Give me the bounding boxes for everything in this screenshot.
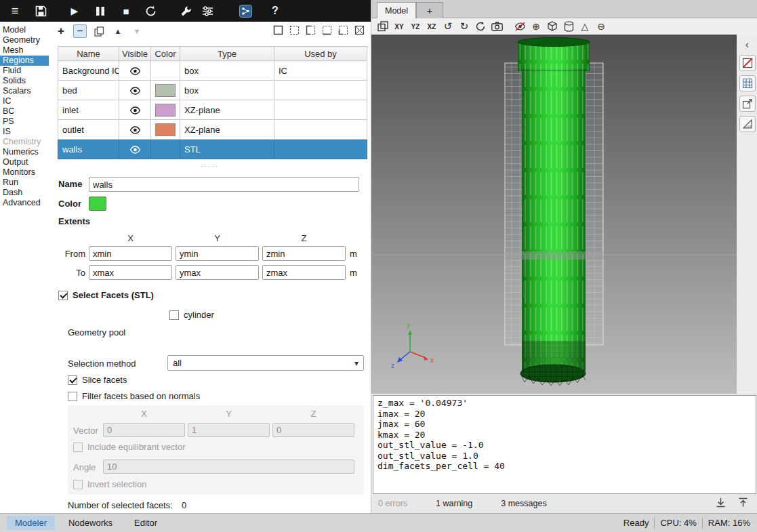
region-row-outlet[interactable]: outlet XZ-plane: [58, 120, 367, 140]
region-filter-plane-icon[interactable]: [322, 25, 332, 37]
build-wrench-icon[interactable]: [178, 3, 194, 19]
cone-geometry-icon[interactable]: △: [577, 20, 592, 33]
nav-item-regions[interactable]: Regions: [0, 56, 49, 66]
region-color-cell[interactable]: [151, 140, 180, 159]
region-filter-outline-icon[interactable]: [289, 25, 300, 37]
collapse-panel-icon[interactable]: ‹: [745, 39, 749, 51]
nav-item-advanced[interactable]: Advanced: [0, 198, 49, 208]
select-facets-checkbox[interactable]: Select Facets (STL): [58, 290, 154, 300]
from-x-input[interactable]: [89, 246, 172, 261]
nav-item-dash[interactable]: Dash: [0, 188, 49, 198]
nav-item-model[interactable]: Model: [0, 25, 49, 35]
menu-icon[interactable]: ≡: [7, 3, 23, 19]
region-row-inlet[interactable]: inlet XZ-plane: [58, 100, 367, 120]
visibility-toggle-icon[interactable]: [512, 20, 527, 33]
nav-item-ic[interactable]: IC: [0, 96, 49, 106]
region-row-walls[interactable]: walls STL: [58, 140, 367, 159]
splitter-handle[interactable]: ·····: [49, 164, 371, 169]
region-name-input[interactable]: [89, 177, 359, 192]
slice-facets-checkbox[interactable]: Slice facets: [68, 375, 127, 385]
view-xy-button[interactable]: XY: [392, 20, 407, 33]
new-tab-button[interactable]: +: [416, 2, 443, 18]
visibility-eye-icon[interactable]: [129, 146, 141, 154]
nav-item-scalars[interactable]: Scalars: [0, 86, 49, 96]
to-z-input[interactable]: [262, 265, 346, 280]
column-header-usedby[interactable]: Used by: [274, 47, 367, 61]
viewport-3d[interactable]: x y z: [371, 35, 737, 394]
hide-geometry-icon[interactable]: [739, 55, 756, 71]
column-header-color[interactable]: Color: [151, 47, 180, 61]
cylinder-checkbox[interactable]: cylinder: [169, 310, 214, 320]
view-xz-button[interactable]: XZ: [424, 20, 439, 33]
origin-axes-icon[interactable]: ⊕: [529, 20, 544, 33]
fit-view-icon[interactable]: [739, 96, 756, 112]
nav-item-monitors[interactable]: Monitors: [0, 167, 49, 178]
pause-icon[interactable]: [92, 3, 108, 19]
rotate-cw-icon[interactable]: ↻: [457, 20, 472, 33]
from-y-input[interactable]: [176, 246, 259, 261]
tab-model[interactable]: Model: [377, 2, 416, 18]
run-play-icon[interactable]: ▶: [66, 3, 83, 19]
help-icon[interactable]: ?: [267, 3, 283, 19]
nav-item-numerics[interactable]: Numerics: [0, 147, 49, 157]
visibility-eye-icon[interactable]: [129, 67, 141, 75]
mesh-grid-icon[interactable]: [739, 75, 756, 91]
reset-icon[interactable]: [142, 3, 159, 19]
warnings-count[interactable]: 1 warning: [436, 499, 472, 508]
visibility-eye-icon[interactable]: [129, 126, 141, 134]
region-row-bed[interactable]: bed box: [58, 81, 367, 100]
nav-item-solids[interactable]: Solids: [0, 76, 49, 86]
slice-plane-icon[interactable]: ⊖: [594, 20, 609, 33]
to-x-input[interactable]: [89, 265, 172, 280]
mode-tab-modeler[interactable]: Modeler: [7, 516, 55, 530]
nav-item-is[interactable]: IS: [0, 127, 49, 137]
region-color-swatch[interactable]: [155, 123, 176, 136]
region-row-background-ic[interactable]: Background IC box IC: [58, 61, 367, 81]
visibility-eye-icon[interactable]: [129, 87, 141, 95]
region-filter-half-icon[interactable]: [306, 25, 316, 37]
nav-item-mesh[interactable]: Mesh: [0, 45, 49, 56]
region-color-swatch[interactable]: [155, 104, 176, 117]
save-icon[interactable]: [33, 3, 49, 19]
nav-item-ps[interactable]: PS: [0, 117, 49, 127]
move-up-button[interactable]: ▲: [111, 24, 125, 38]
nav-item-geometry[interactable]: Geometry: [0, 35, 49, 45]
nav-item-output[interactable]: Output: [0, 157, 49, 167]
column-header-name[interactable]: Name: [58, 47, 119, 61]
to-y-input[interactable]: [176, 265, 259, 280]
geometry-cube-icon[interactable]: [545, 20, 560, 33]
mode-tab-nodeworks[interactable]: Nodeworks: [60, 516, 121, 530]
nav-item-fluid[interactable]: Fluid: [0, 66, 49, 76]
add-region-button[interactable]: +: [54, 24, 68, 38]
visibility-eye-icon[interactable]: [129, 106, 141, 115]
screenshot-camera-icon[interactable]: [489, 20, 504, 33]
mode-tab-editor[interactable]: Editor: [126, 516, 165, 530]
region-filter-stl-icon[interactable]: [354, 25, 365, 37]
projection-toggle-icon[interactable]: [375, 20, 390, 33]
from-z-input[interactable]: [262, 246, 346, 261]
nav-item-run[interactable]: Run: [0, 178, 49, 188]
region-filter-corner-icon[interactable]: [338, 25, 348, 37]
region-color-cell[interactable]: [151, 61, 180, 81]
duplicate-region-button[interactable]: [92, 24, 106, 38]
reset-view-icon[interactable]: [473, 20, 488, 33]
regions-cylinder-icon[interactable]: [561, 20, 576, 33]
selection-method-dropdown[interactable]: all ▾: [167, 355, 364, 371]
download-log-icon[interactable]: [716, 497, 726, 510]
rotate-ccw-icon[interactable]: ↺: [441, 20, 455, 33]
stop-icon[interactable]: ■: [118, 3, 134, 19]
angle-ruler-icon[interactable]: [739, 116, 756, 132]
region-color-swatch[interactable]: [155, 84, 176, 97]
filter-facets-checkbox[interactable]: Filter facets based on normals: [68, 391, 200, 401]
errors-count[interactable]: 0 errors: [378, 499, 407, 508]
messages-count[interactable]: 3 messages: [501, 499, 546, 508]
column-header-type[interactable]: Type: [180, 47, 274, 61]
nav-item-bc[interactable]: BC: [0, 106, 49, 117]
remove-region-button[interactable]: −: [73, 24, 87, 38]
nodeworks-icon[interactable]: [237, 3, 253, 19]
solver-console[interactable]: z_max = '0.04973' imax = 20 jmax = 60 km…: [373, 395, 756, 494]
scroll-top-icon[interactable]: [738, 497, 748, 510]
region-color-button[interactable]: [89, 197, 106, 211]
column-header-visible[interactable]: Visible: [119, 47, 151, 61]
parameters-sliders-icon[interactable]: [199, 3, 216, 19]
